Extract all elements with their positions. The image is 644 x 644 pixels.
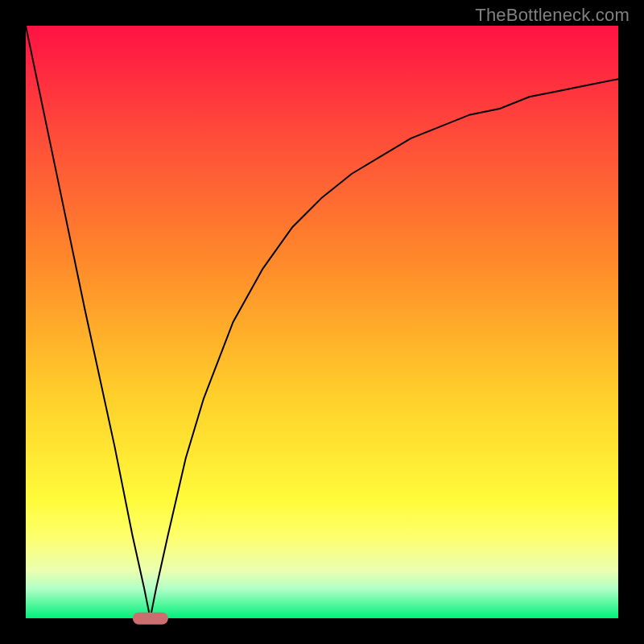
plot-area	[26, 26, 618, 618]
curve-path	[26, 26, 618, 618]
watermark-text: TheBottleneck.com	[475, 5, 630, 26]
chart-frame: TheBottleneck.com	[0, 0, 644, 644]
bottleneck-curve	[26, 26, 618, 618]
optimal-marker	[132, 613, 167, 625]
